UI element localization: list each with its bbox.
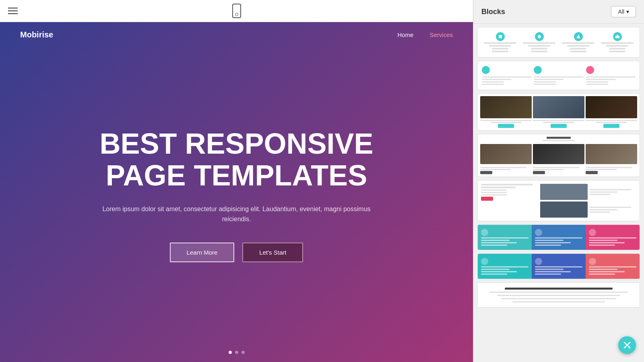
device-phone-icon[interactable]: [232, 4, 241, 18]
blocks-panel-title: Blocks: [481, 8, 505, 16]
hero-buttons: Learn More Let's Start: [170, 243, 303, 262]
block-thumb-2[interactable]: [477, 61, 640, 90]
blocks-header: Blocks All ▾: [473, 0, 644, 24]
lets-start-button[interactable]: Let's Start: [242, 243, 303, 262]
block-thumb-8[interactable]: [477, 282, 640, 308]
block-thumb-7[interactable]: [477, 253, 640, 279]
learn-more-button[interactable]: Learn More: [170, 243, 235, 262]
svg-rect-4: [617, 35, 618, 36]
dot-2[interactable]: [235, 351, 238, 354]
top-bar: [0, 0, 473, 22]
block-thumb-4[interactable]: [477, 134, 640, 177]
blocks-filter-button[interactable]: All ▾: [611, 6, 636, 17]
hero-title: BEST RESPONSIVE PAGE TEMPLATES: [99, 128, 373, 191]
hero-section: Mobirise Home Services BEST RESPONSIVE P…: [0, 22, 473, 362]
block-thumb-1[interactable]: [477, 27, 640, 58]
blocks-panel: Blocks All ▾: [473, 0, 644, 362]
nav-link-services[interactable]: Services: [429, 31, 453, 38]
dot-3[interactable]: [242, 351, 245, 354]
close-button[interactable]: [618, 336, 636, 354]
svg-point-1: [538, 35, 541, 38]
hero-nav: Mobirise Home Services: [0, 22, 473, 47]
nav-link-home[interactable]: Home: [397, 31, 413, 38]
hero-content: BEST RESPONSIVE PAGE TEMPLATES Lorem ips…: [0, 47, 473, 343]
slide-dots: [0, 343, 473, 362]
nav-links: Home Services: [397, 31, 453, 38]
blocks-scroll-area[interactable]: [473, 24, 644, 362]
brand-name: Mobirise: [20, 30, 53, 39]
hamburger-menu[interactable]: [8, 8, 18, 14]
svg-rect-0: [499, 35, 502, 38]
block-thumb-5[interactable]: [477, 180, 640, 221]
block-thumb-6[interactable]: [477, 224, 640, 250]
svg-marker-2: [576, 35, 580, 38]
dot-1[interactable]: [229, 351, 232, 354]
block-thumb-3[interactable]: [477, 93, 640, 131]
hero-subtitle: Lorem ipsum dolor sit amet, consectetur …: [100, 204, 374, 224]
